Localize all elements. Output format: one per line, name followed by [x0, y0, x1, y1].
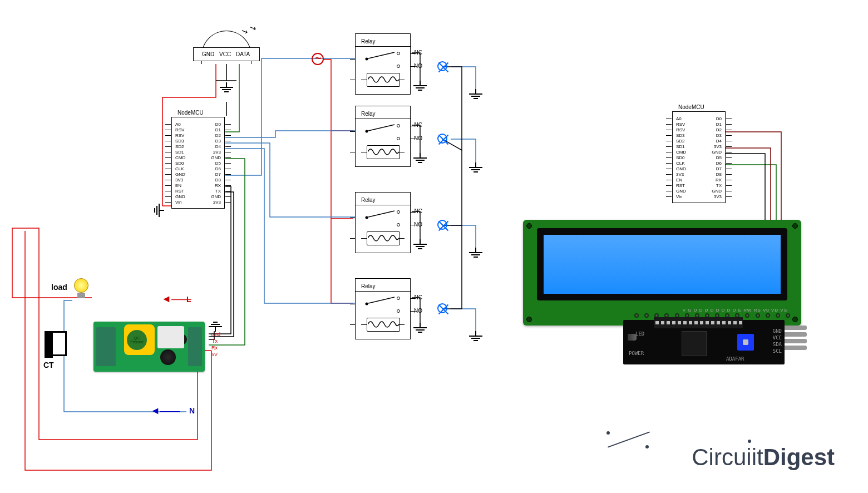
relay-title: Relay: [361, 283, 376, 289]
ct-sensor: [45, 331, 67, 356]
mcu-pin-label: D2: [215, 133, 221, 138]
mcu-pin-label: 3V3: [175, 178, 183, 183]
svg-point-0: [366, 58, 368, 61]
mcu-pin-label: GND: [712, 150, 722, 155]
mcu-pin-label: D4: [215, 144, 221, 149]
i2c-sda: SDA: [773, 342, 782, 347]
i2c-brand-label: ADAFAR: [726, 356, 744, 362]
mcu-pin-label: GND: [175, 172, 185, 177]
relay-3: RelayNCNO: [355, 192, 411, 253]
mcu-pin-label: 3V3: [213, 200, 221, 205]
ground-icon: [469, 248, 482, 257]
mcu-pin-label: 3V3: [213, 150, 221, 155]
relay-nc: NC: [415, 50, 422, 56]
lamp-icon-1: [437, 61, 447, 71]
neutral-label: N: [189, 406, 195, 415]
watermark-text: CircuiitDigest: [692, 444, 835, 471]
ac-source-icon: [312, 53, 324, 65]
pzem-5v: 5V: [211, 352, 218, 357]
mcu-pin-label: CLK: [175, 166, 184, 171]
relay-title: Relay: [361, 38, 376, 45]
arrow-neutral-icon: ◄——: [150, 405, 180, 417]
mcu-pin-label: GND: [676, 189, 686, 194]
mcu-pin-label: D0: [215, 122, 221, 127]
mcu-pin-label: D2: [716, 127, 722, 132]
relay-nc: NC: [415, 294, 422, 300]
mcu-pin-label: SD1: [676, 144, 685, 149]
svg-point-3: [397, 65, 400, 68]
mcu-pin-label: D3: [716, 133, 722, 138]
i2c-gnd: GND: [773, 328, 782, 334]
mcu-pin-label: EN: [676, 178, 682, 183]
mcu-pin-label: D4: [716, 139, 722, 144]
lcd-header-pins: V G D D D D D D D D E RW RS V0 VD VS: [683, 308, 787, 313]
svg-point-12: [366, 303, 368, 305]
lamp-icon-2: [437, 134, 447, 144]
ir-sensor-base: GND VCC DATA: [193, 47, 260, 61]
relay-4: RelayNCNO: [355, 278, 411, 339]
ground-icon: [155, 204, 164, 217]
svg-point-8: [366, 216, 368, 219]
mcu-pin-label: GND: [211, 155, 221, 160]
nodemcu2-title: NodeMCU: [678, 104, 704, 110]
ground-icon: [469, 162, 482, 171]
ground-icon: [413, 153, 427, 162]
nodemcu-2: NodeMCU A0RSVRSVSD3SD2SD1CMDSD0CLKGND3V3…: [672, 111, 726, 203]
mcu-pin-label: SD1: [175, 150, 184, 155]
ground-icon: [469, 331, 482, 340]
lamp-icon-3: [437, 220, 447, 230]
svg-line-5: [368, 125, 394, 131]
mcu-pin-label: SD2: [175, 144, 184, 149]
relay-title: Relay: [361, 197, 376, 203]
svg-point-6: [397, 125, 400, 127]
watermark-dot-icon: [606, 431, 610, 435]
svg-point-15: [397, 310, 400, 313]
mcu-pin-label: D5: [215, 161, 221, 166]
mcu-pin-label: RSV: [676, 122, 685, 127]
ground-icon: [220, 82, 233, 91]
i2c-led-label: LED: [635, 331, 644, 337]
pzem-tx: Tx: [212, 338, 218, 344]
relay-nc: NC: [415, 122, 422, 128]
pzem-module: Gnd Tx Rx 5V QCPassed: [93, 322, 205, 372]
mcu-pin-label: SD0: [676, 155, 685, 160]
svg-point-4: [366, 130, 368, 133]
mcu-pin-label: D8: [716, 172, 722, 177]
mcu-pin-label: D8: [215, 178, 221, 183]
mcu-pin-label: D0: [716, 116, 722, 121]
mcu-pin-label: RST: [676, 183, 685, 188]
mcu-pin-label: RX: [716, 178, 722, 183]
ground-icon: [413, 81, 427, 90]
mcu-pin-label: D6: [215, 166, 221, 171]
load-label: load: [51, 283, 67, 292]
mcu-pin-label: SD3: [676, 133, 685, 138]
mcu-pin-label: 3V3: [714, 144, 722, 149]
svg-line-9: [368, 211, 394, 217]
mcu-pin-label: GND: [175, 194, 185, 199]
i2c-adapter: for(let i=0;i<16;i++)document.write('<di…: [623, 320, 785, 364]
mcu-pin-label: D6: [716, 161, 722, 166]
sensor-data-label: DATA: [236, 51, 250, 57]
pzem-rx: Rx: [211, 345, 218, 351]
svg-line-13: [368, 297, 394, 303]
sensor-gnd-label: GND: [202, 51, 214, 57]
mcu-pin-label: GND: [676, 166, 686, 171]
mcu-pin-label: D7: [716, 166, 722, 171]
ground-icon: [469, 89, 482, 98]
i2c-scl: SCL: [773, 348, 782, 354]
watermark-dot-icon: [645, 445, 649, 448]
relay-nc: NC: [415, 208, 422, 214]
mcu-pin-label: CMD: [175, 155, 185, 160]
svg-point-2: [397, 52, 400, 55]
mcu-pin-label: TX: [215, 189, 221, 194]
mcu-pin-label: CLK: [676, 161, 685, 166]
mcu-pin-label: CMD: [676, 150, 686, 155]
bulb-icon: [74, 278, 88, 298]
svg-point-11: [397, 224, 400, 226]
mcu-pin-label: SD2: [676, 139, 685, 144]
svg-point-10: [397, 211, 400, 214]
mcu-pin-label: 3V3: [676, 172, 684, 177]
nodemcu-1: NodeMCU A0RSVRSVSD3SD2SD1CMDSD0CLKGND3V3…: [171, 117, 225, 209]
lamp-icon-4: [437, 303, 447, 313]
mcu-pin-label: D5: [716, 155, 722, 160]
